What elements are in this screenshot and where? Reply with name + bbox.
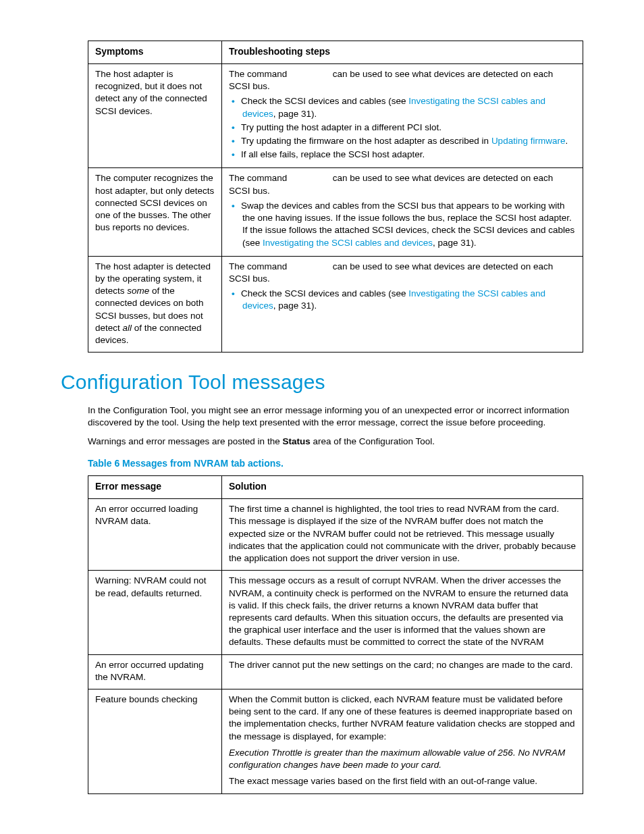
list-item: Try putting the host adapter in a differ… [242,122,576,134]
solution-cell: When the Commit button is clicked, each … [221,689,583,794]
nvram-messages-table: Error message Solution An error occurred… [88,475,583,793]
table-caption: Table 6 Messages from NVRAM tab actions. [88,457,583,470]
section-heading: Configuration Tool messages [61,369,583,396]
paragraph: In the Configuration Tool, you might see… [88,405,583,429]
table-row: An error occurred updating the NVRAM. Th… [88,654,583,689]
paragraph: Warnings and error messages are posted i… [88,436,583,448]
solution-cell: This message occurs as a result of corru… [221,571,583,654]
steps-cell: The command can be used to see what devi… [221,256,583,353]
link-updating-firmware[interactable]: Updating firmware [491,136,566,146]
error-cell: An error occurred loading NVRAM data. [88,499,222,571]
table-row: An error occurred loading NVRAM data. Th… [88,499,583,571]
list-item: Check the SCSI devices and cables (see I… [242,288,576,312]
symptom-cell: The host adapter is recognized, but it d… [88,63,222,168]
list-item: Try updating the firmware on the host ad… [242,135,576,147]
symptom-cell: The computer recognizes the host adapter… [88,168,222,256]
error-cell: Feature bounds checking [88,689,222,794]
error-cell: An error occurred updating the NVRAM. [88,654,222,689]
table-row: Warning: NVRAM could not be read, defaul… [88,571,583,654]
link-scsi-cables[interactable]: Investigating the SCSI cables and device… [263,238,433,248]
th-symptoms: Symptoms [88,41,222,64]
symptom-cell: The host adapter is detected by the oper… [88,256,222,353]
list-item: Check the SCSI devices and cables (see I… [242,95,576,120]
solution-cell: The first time a channel is highlighted,… [221,499,583,571]
list-item: If all else fails, replace the SCSI host… [242,149,576,161]
th-error: Error message [88,476,222,499]
steps-cell: The command can be used to see what devi… [221,168,583,256]
table-row: The host adapter is detected by the oper… [88,256,583,353]
error-cell: Warning: NVRAM could not be read, defaul… [88,571,222,654]
table-row: The computer recognizes the host adapter… [88,168,583,256]
troubleshooting-table: Symptoms Troubleshooting steps The host … [88,41,583,353]
solution-cell: The driver cannot put the new settings o… [221,654,583,689]
table-row: The host adapter is recognized, but it d… [88,63,583,168]
list-item: Swap the devices and cables from the SCS… [242,200,576,249]
th-steps: Troubleshooting steps [221,41,583,64]
th-solution: Solution [221,476,583,499]
table-row: Feature bounds checking When the Commit … [88,689,583,794]
steps-cell: The command can be used to see what devi… [221,63,583,168]
page-footer: 36 Troubleshooting [61,832,583,834]
